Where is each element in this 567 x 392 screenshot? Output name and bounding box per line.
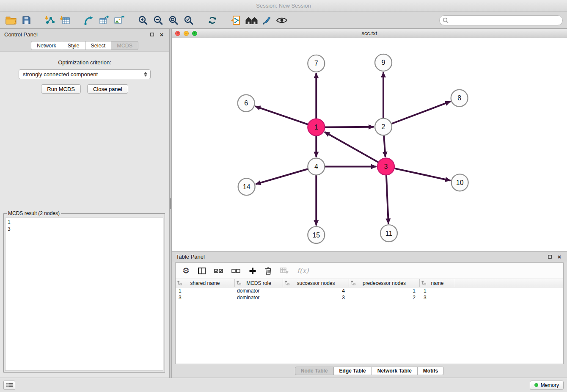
tab-node-table[interactable]: Node Table [295,367,334,375]
show-details-button[interactable] [275,14,289,27]
export-image-button[interactable] [113,14,126,27]
tab-network-table[interactable]: Network Table [372,367,418,375]
graph-node-14[interactable]: 14 [238,178,255,195]
export-table-button[interactable] [97,14,111,27]
splitter-handle[interactable] [170,198,171,209]
function-builder-button[interactable]: f(x) [297,267,308,275]
delete-row-button[interactable] [265,267,272,275]
tab-motifs[interactable]: Motifs [417,367,444,375]
add-row-button[interactable] [249,267,256,275]
zoom-out-button[interactable] [151,14,165,27]
svg-text:6: 6 [244,99,248,107]
table-cell: 2 [349,294,420,301]
tab-mcds[interactable]: MCDS [111,41,138,50]
dropdown-selected-value: strongly connected component [23,71,144,77]
table-cell: 4 [283,287,349,294]
apply-layout-button[interactable] [206,14,219,27]
close-panel-button[interactable]: Close panel [87,84,128,94]
graph-edge-3-10[interactable] [394,168,450,181]
column-header-name[interactable]: name [420,279,455,287]
graph-node-1[interactable]: 1 [308,119,325,136]
tab-style[interactable]: Style [62,41,85,50]
zoom-in-button[interactable] [136,14,150,27]
graph-edge-3-1[interactable] [325,132,378,162]
graph-edge-4-14[interactable] [256,169,308,184]
graph-node-8[interactable]: 8 [451,90,468,107]
table-cell: 1 [420,287,455,294]
mcds-result-list[interactable]: 1 3 [5,218,163,371]
zoom-selected-button[interactable] [182,14,195,27]
graph-edge-3-11[interactable] [386,175,388,223]
float-table-panel-icon[interactable] [546,253,553,260]
trash-icon [265,267,272,275]
table-box: ⚙ f(x) shared nameMCDS rolesuccessor nod… [175,262,564,364]
graph-node-7[interactable]: 7 [308,55,325,72]
float-panel-icon[interactable] [149,31,155,38]
mcds-result-group: MCDS result (2 nodes) 1 3 [3,210,165,373]
network-graph[interactable]: 7968124314101511 [172,38,567,251]
graph-node-6[interactable]: 6 [238,95,255,112]
sort-hierarchy-icon [237,281,241,285]
close-panel-icon[interactable]: × [158,31,165,38]
column-header-label: name [431,280,443,286]
open-file-button[interactable] [4,14,18,27]
svg-text:2: 2 [382,123,385,130]
show-columns-button[interactable] [198,268,206,274]
list-icon [6,383,13,387]
network-canvas[interactable]: 7968124314101511 [172,38,567,251]
search-input[interactable] [439,15,563,25]
graph-node-11[interactable]: 11 [380,225,397,242]
zoom-fit-button[interactable] [167,14,180,27]
save-session-button[interactable] [19,14,33,27]
import-table-button[interactable] [58,14,72,27]
column-header-successor-nodes[interactable]: successor nodes [283,279,349,287]
column-header-label: MCDS role [246,280,271,286]
optimization-criterion-select[interactable]: strongly connected component [19,69,151,79]
tab-select[interactable]: Select [85,41,112,50]
sort-hierarchy-icon [285,281,289,285]
table-cell: 3 [420,294,455,301]
graph-edge-1-2[interactable] [325,127,373,127]
column-header-predecessor-nodes[interactable]: predecessor nodes [349,279,420,287]
select-all-button[interactable] [214,268,223,274]
graph-edge-2-3[interactable] [384,135,385,157]
select-all-icon [214,268,223,274]
table-row[interactable]: 3dominator323 [176,294,563,301]
float-window-icon [548,255,552,259]
network-window-titlebar: scc.txt × – + [172,29,567,38]
close-window-icon[interactable]: × [175,31,180,36]
graph-node-3[interactable]: 3 [377,158,394,175]
tab-network[interactable]: Network [31,41,62,50]
graph-node-9[interactable]: 9 [375,54,392,71]
clone-network-button[interactable] [229,14,243,27]
deselect-all-button[interactable] [231,268,240,274]
delete-table-button[interactable] [280,268,289,274]
column-header-shared-name[interactable]: shared name [176,279,235,287]
graph-node-2[interactable]: 2 [375,119,392,135]
minimize-window-icon[interactable]: – [184,31,189,36]
run-mcds-button[interactable]: Run MCDS [41,84,81,94]
column-header-MCDS-role[interactable]: MCDS role [235,279,283,287]
tab-edge-table[interactable]: Edge Table [333,367,372,375]
style-brush-button[interactable] [260,14,273,27]
column-header-filler [455,279,563,287]
export-network-button[interactable] [82,14,96,27]
table-settings-button[interactable]: ⚙ [182,267,190,275]
maximize-window-icon[interactable]: + [192,31,197,36]
graph-node-15[interactable]: 15 [308,226,325,243]
graph-edge-2-8[interactable] [391,102,450,124]
graph-edge-1-6[interactable] [256,106,308,124]
memory-button[interactable]: Memory [530,381,564,390]
graph-node-10[interactable]: 10 [451,174,468,191]
optimization-criterion-label: Optimization criterion: [0,59,169,66]
close-table-panel-icon[interactable]: × [556,253,563,260]
import-network-button[interactable] [43,14,57,27]
task-history-button[interactable] [3,381,15,390]
graph-node-4[interactable]: 4 [308,158,325,175]
home-icon [245,16,258,25]
eye-icon [276,17,287,24]
table-row[interactable]: 1dominator411 [176,287,563,294]
network-overview-button[interactable] [245,14,258,27]
control-panel: Control Panel × NetworkStyleSelectMCDS O… [0,29,169,378]
svg-text:3: 3 [384,163,388,170]
